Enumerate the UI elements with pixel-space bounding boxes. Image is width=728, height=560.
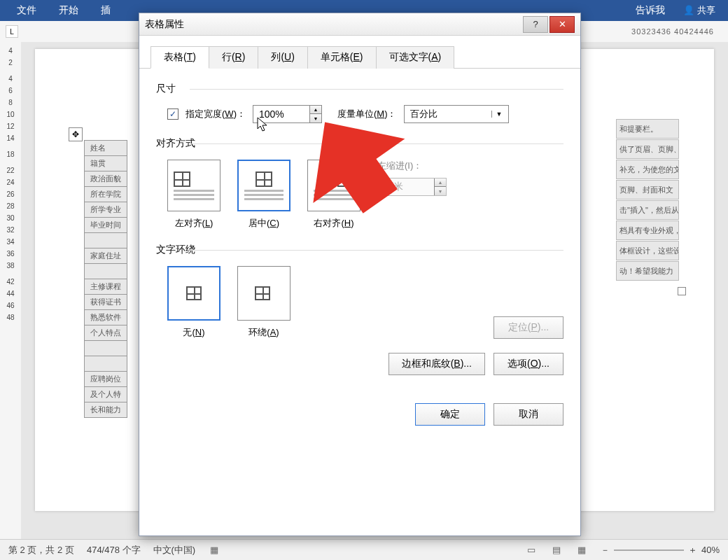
align-left-label: 左对齐(L) — [175, 217, 214, 230]
table-cell[interactable]: 所学专业 — [85, 202, 127, 218]
width-spinner[interactable]: ▲ ▼ — [253, 105, 322, 123]
zoom-in-button[interactable]: ＋ — [688, 544, 697, 556]
border-options-row: 边框和底纹(B)... 选项(O)... — [156, 353, 564, 375]
zoom-slider[interactable] — [614, 550, 684, 551]
ruler-numbers: 30323436 40424446 — [631, 27, 714, 36]
tab-column[interactable]: 列(U) — [258, 46, 307, 69]
table-icon — [255, 286, 270, 300]
table-cell[interactable]: 所在学院 — [85, 187, 127, 202]
cancel-button[interactable]: 取消 — [493, 403, 564, 426]
table-cell[interactable]: 籍贯 — [85, 156, 127, 172]
ribbon-tellme[interactable]: 告诉我 — [624, 1, 676, 20]
tab-alttext[interactable]: 可选文字(A) — [376, 46, 455, 69]
tab-row[interactable]: 行(R) — [209, 46, 258, 69]
table-move-handle[interactable]: ✥ — [69, 127, 83, 141]
align-center-preview — [237, 160, 290, 211]
table-cell[interactable]: 毕业时间 — [85, 218, 127, 233]
alignment-section: 对齐方式 左对齐(L) 居中(C) — [156, 137, 564, 230]
vertical-ruler: 424681012141822242628303234363842444648 — [0, 42, 21, 539]
share-button[interactable]: 👤 共享 — [676, 1, 722, 20]
wrap-around-option[interactable]: 环绕(A) — [237, 266, 290, 339]
text-line: 体框设计，这些设 — [616, 241, 679, 260]
text-line: 页脚、封面和文 — [616, 180, 679, 200]
dialog-title-text: 表格属性 — [145, 18, 184, 31]
border-shading-button[interactable]: 边框和底纹(B)... — [388, 353, 485, 375]
table-cell[interactable]: 家庭住址 — [85, 248, 127, 264]
align-left-option[interactable]: 左对齐(L) — [167, 160, 220, 230]
ribbon-tab-insert[interactable]: 插 — [90, 1, 122, 20]
wrap-section-title: 文字环绕 — [156, 244, 564, 256]
macro-icon[interactable]: ▦ — [208, 544, 220, 556]
table-properties-dialog: 表格属性 ? ✕ 表格(T) 行(R) 列(U) 单元格(E) 可选文字(A) … — [139, 13, 581, 536]
table-cell[interactable]: 个人特点 — [85, 326, 127, 341]
text-line: 档具有专业外观， — [616, 220, 679, 240]
view-web-icon[interactable]: ▦ — [575, 544, 588, 556]
wrap-section: 文字环绕 无(N) 环绕(A) — [156, 244, 564, 339]
size-section-title: 尺寸 — [156, 83, 564, 95]
align-center-label: 居中(C) — [248, 217, 279, 230]
table-cell[interactable]: 主修课程 — [85, 279, 127, 295]
indent-input — [378, 178, 434, 195]
dialog-body: 尺寸 ✓ 指定宽度(W)： ▲ ▼ 度量单位(M)： 百分比 ▼ — [139, 69, 580, 440]
table-cell[interactable] — [85, 356, 127, 372]
align-right-preview — [307, 160, 360, 211]
table-cell[interactable]: 长和能力 — [85, 402, 127, 418]
table-cell[interactable] — [85, 233, 127, 248]
table-resize-handle[interactable] — [678, 287, 686, 295]
zoom-level[interactable]: 40% — [701, 545, 720, 555]
wrap-none-option[interactable]: 无(N) — [167, 266, 220, 339]
wrap-around-label: 环绕(A) — [248, 326, 279, 339]
dialog-titlebar[interactable]: 表格属性 ? ✕ — [139, 13, 580, 36]
person-icon: 👤 — [683, 5, 694, 15]
word-count[interactable]: 474/478 个字 — [87, 544, 141, 556]
resume-table[interactable]: 姓名籍贯政治面貌所在学院所学专业毕业时间家庭住址主修课程获得证书熟悉软件个人特点… — [84, 140, 127, 418]
close-icon[interactable]: ✕ — [550, 16, 575, 33]
indent-spinner: ▲ ▼ — [377, 178, 447, 196]
width-label: 指定宽度(W)： — [186, 108, 246, 120]
ribbon-tab-file[interactable]: 文件 — [6, 1, 48, 20]
table-icon — [174, 172, 190, 187]
indent-group: 左缩进(I)： ▲ ▼ — [377, 160, 447, 230]
width-spin-down[interactable]: ▼ — [310, 114, 321, 122]
text-line: 和提要栏。 — [616, 119, 679, 139]
indent-spin-down: ▼ — [435, 187, 446, 195]
wrap-none-preview — [167, 266, 220, 321]
table-cell[interactable]: 获得证书 — [85, 295, 127, 310]
table-cell[interactable]: 姓名 — [85, 141, 127, 156]
width-checkbox[interactable]: ✓ — [167, 108, 178, 120]
width-input[interactable] — [253, 106, 309, 122]
width-spin-up[interactable]: ▲ — [310, 106, 321, 114]
language-indicator[interactable]: 中文(中国) — [153, 544, 196, 556]
right-text-column: 和提要栏。供了页眉、页脚、补充，为使您的文页脚、封面和文击"插入"，然后从档具有… — [616, 119, 679, 281]
page-count[interactable]: 第 2 页，共 2 页 — [8, 544, 74, 556]
help-icon[interactable]: ? — [523, 16, 548, 33]
indent-label: 左缩进(I)： — [377, 160, 447, 172]
options-button[interactable]: 选项(O)... — [493, 353, 564, 375]
dialog-tabs: 表格(T) 行(R) 列(U) 单元格(E) 可选文字(A) — [139, 36, 580, 69]
tab-cell[interactable]: 单元格(E) — [307, 46, 377, 69]
chevron-down-icon: ▼ — [491, 111, 503, 118]
table-cell[interactable]: 熟悉软件 — [85, 310, 127, 326]
table-cell[interactable] — [85, 341, 127, 356]
table-icon — [337, 172, 354, 187]
tab-stop-selector[interactable]: L — [6, 25, 18, 38]
tab-table[interactable]: 表格(T) — [150, 46, 209, 69]
text-line: 动！希望我能力 — [616, 261, 679, 281]
table-cell[interactable] — [85, 264, 127, 279]
align-right-option[interactable]: 右对齐(H) — [307, 160, 360, 230]
ribbon-tab-home[interactable]: 开始 — [48, 1, 90, 20]
align-right-label: 右对齐(H) — [314, 217, 354, 230]
zoom-out-button[interactable]: － — [601, 544, 610, 556]
table-cell[interactable]: 政治面貌 — [85, 172, 127, 187]
align-center-option[interactable]: 居中(C) — [237, 160, 290, 230]
wrap-none-label: 无(N) — [183, 326, 204, 339]
ok-button[interactable]: 确定 — [415, 403, 485, 426]
view-read-icon[interactable]: ▭ — [525, 544, 538, 556]
unit-label: 度量单位(M)： — [337, 108, 397, 120]
dialog-button-row: 确定 取消 — [156, 392, 564, 426]
view-print-icon[interactable]: ▤ — [550, 544, 563, 556]
text-line: 击"插入"，然后从 — [616, 200, 679, 220]
table-cell[interactable]: 应聘岗位 — [85, 372, 127, 387]
unit-select[interactable]: 百分比 ▼ — [404, 105, 509, 123]
table-cell[interactable]: 及个人特 — [85, 387, 127, 402]
